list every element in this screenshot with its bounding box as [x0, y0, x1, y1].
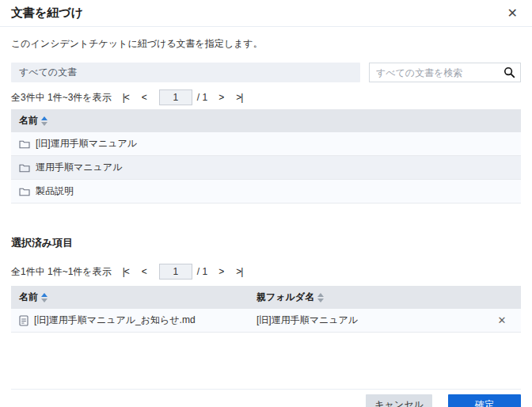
next-page-button[interactable]: >	[218, 92, 223, 103]
search-input[interactable]	[376, 67, 504, 78]
prev-page-button[interactable]: <	[142, 266, 146, 277]
page-number-input[interactable]	[159, 264, 192, 280]
column-header-name-label: 名前	[19, 291, 38, 304]
table-row[interactable]: [旧]運用手順マニュアル	[11, 132, 521, 156]
next-page-button[interactable]: >	[218, 266, 223, 277]
page-number-input[interactable]	[159, 89, 192, 105]
column-header-name[interactable]: 名前	[19, 114, 48, 127]
document-name: 製品説明	[36, 184, 74, 198]
table-row[interactable]: 運用手順マニュアル	[11, 156, 521, 180]
column-header-name[interactable]: 名前	[19, 291, 48, 304]
first-page-button[interactable]: |<	[123, 266, 129, 277]
cancel-button[interactable]: キャンセル	[366, 394, 432, 407]
search-icon[interactable]	[504, 67, 515, 78]
dialog-title: 文書を紐づけ	[11, 6, 83, 21]
search-box	[369, 63, 521, 82]
selected-pagination: 全1件中 1件~1件を表示 |< < / 1 > >|	[11, 264, 521, 280]
selected-items-heading: 選択済み項目	[11, 236, 521, 250]
sort-icon	[317, 293, 324, 302]
table-row: [旧]運用手順マニュアル_お知らせ.md [旧]運用手順マニュアル ✕	[11, 309, 521, 333]
documents-table-header: 名前	[11, 109, 521, 132]
selected-items-table: 名前 親フォルダ名	[11, 286, 521, 333]
filter-row: すべての文書	[11, 63, 521, 82]
dialog-description: このインシデントチケットに紐づける文書を指定します。	[11, 37, 521, 51]
sort-icon	[41, 116, 48, 126]
page-total-label: / 1	[197, 92, 207, 103]
document-name: [旧]運用手順マニュアル	[36, 137, 137, 150]
folder-icon	[19, 139, 30, 149]
selected-table-header: 名前 親フォルダ名	[11, 286, 521, 309]
close-icon[interactable]: ✕	[504, 6, 521, 21]
documents-table: 名前 [旧]運用手順マニュアル	[11, 109, 521, 204]
last-page-button[interactable]: >|	[236, 266, 242, 277]
remove-item-icon[interactable]: ✕	[498, 314, 507, 326]
folder-icon	[19, 187, 30, 196]
document-scope-label: すべての文書	[19, 66, 77, 79]
confirm-button[interactable]: 確定	[448, 394, 521, 407]
prev-page-button[interactable]: <	[142, 92, 146, 103]
sort-icon	[41, 293, 48, 302]
last-page-button[interactable]: >|	[236, 92, 242, 103]
parent-folder-name: [旧]運用手順マニュアル	[256, 314, 358, 327]
column-header-parent-folder-label: 親フォルダ名	[256, 291, 314, 304]
document-scope-select[interactable]: すべての文書	[11, 63, 360, 82]
selected-pagination-summary: 全1件中 1件~1件を表示	[11, 265, 112, 279]
document-name: 運用手順マニュアル	[36, 161, 122, 174]
column-header-parent-folder[interactable]: 親フォルダ名	[256, 291, 324, 304]
page-total-label: / 1	[197, 266, 207, 277]
document-icon	[19, 315, 28, 326]
folder-icon	[19, 163, 30, 173]
dialog-header: 文書を紐づけ ✕	[0, 0, 532, 27]
table-row[interactable]: 製品説明	[11, 180, 521, 204]
documents-pagination-summary: 全3件中 1件~3件を表示	[11, 91, 112, 105]
column-header-name-label: 名前	[19, 114, 38, 127]
first-page-button[interactable]: |<	[123, 92, 129, 103]
dialog-footer: キャンセル 確定	[11, 389, 521, 407]
selected-document-name: [旧]運用手順マニュアル_お知らせ.md	[34, 314, 196, 327]
link-document-dialog: 文書を紐づけ ✕ このインシデントチケットに紐づける文書を指定します。 すべての…	[0, 0, 532, 407]
documents-pagination: 全3件中 1件~3件を表示 |< < / 1 > >|	[11, 89, 521, 105]
dialog-body: このインシデントチケットに紐づける文書を指定します。 すべての文書 全3件中 1…	[0, 27, 532, 333]
